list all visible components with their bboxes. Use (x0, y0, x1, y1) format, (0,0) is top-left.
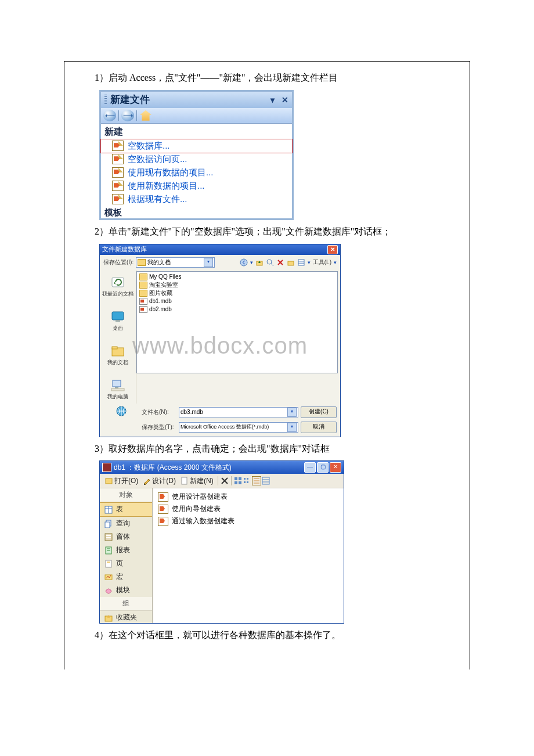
sidebar-item-modules[interactable]: 模块 (100, 584, 152, 597)
item-label: 根据现有文件... (128, 194, 187, 205)
search-icon[interactable] (266, 258, 274, 267)
filename-label: 文件名(N): (142, 408, 176, 416)
save-in-label: 保存位置(I): (103, 258, 134, 267)
new-doc-icon (113, 168, 123, 177)
item-project-existing[interactable]: 使用现有数据的项目... (101, 166, 292, 179)
svg-rect-26 (244, 481, 246, 483)
create-table-designer[interactable]: 使用设计器创建表 (156, 491, 341, 503)
item-label: 空数据访问页... (128, 154, 187, 165)
views-icon[interactable] (297, 258, 305, 267)
sidebar-item-reports[interactable]: 报表 (100, 543, 152, 557)
new-doc-icon (113, 195, 123, 204)
place-mypc[interactable]: 我的电脑 (102, 375, 134, 404)
open-button[interactable]: 打开(O) (103, 476, 140, 486)
savetype-combo[interactable]: Microsoft Office Access 数据库(*.mdb) ▾ (179, 422, 298, 433)
dialog-new-database-file: www.bdocx.com 文件新建数据库 ✕ 保存位置(I): 我的文档 ▾ … (99, 244, 341, 437)
place-recent[interactable]: 我最近的文档 (102, 272, 134, 301)
svg-rect-31 (262, 477, 269, 484)
save-in-combo[interactable]: 我的文档 ▾ (136, 257, 215, 268)
open-icon (105, 477, 113, 485)
table-icon (104, 506, 113, 514)
file-name: My QQ Files (149, 273, 182, 280)
taskpane-title: 新建文件 (110, 93, 267, 106)
new-doc-icon (113, 141, 123, 150)
chevron-down-icon[interactable]: ▾ (204, 258, 213, 267)
filename-input[interactable]: db3.mdb ▾ (179, 407, 298, 417)
main-label: 通过输入数据创建表 (172, 516, 234, 526)
sidebar-item-favorites[interactable]: 收藏夹 (100, 611, 152, 624)
svg-rect-25 (247, 478, 248, 480)
new-icon (181, 477, 189, 485)
svg-rect-13 (113, 380, 121, 387)
small-icons-icon[interactable] (243, 477, 251, 485)
svg-rect-9 (112, 312, 124, 320)
place-desktop[interactable]: 桌面 (102, 307, 134, 335)
new-button[interactable]: 新建(N) (179, 476, 215, 486)
maximize-icon[interactable]: ▢ (317, 462, 329, 473)
place-mydocs[interactable]: 我的文档 (102, 341, 134, 369)
page-icon (104, 560, 113, 568)
step-4: 4）在这个对话框里，就可以进行各种数据库的基本操作了。 (76, 627, 458, 644)
chevron-down-icon[interactable]: ▾ (287, 423, 297, 432)
create-table-entering[interactable]: 通过输入数据创建表 (156, 515, 341, 527)
place-network[interactable] (103, 405, 139, 419)
place-label: 我的文档 (102, 359, 134, 366)
file-name: db1.mdb (149, 298, 172, 304)
dialog-titlebar: 文件新建数据库 ✕ (100, 244, 340, 255)
new-folder-icon[interactable] (287, 258, 295, 267)
item-project-new[interactable]: 使用新数据的项目... (101, 179, 292, 193)
dbwin-titlebar: db1 ：数据库 (Access 2000 文件格式) — ▢ ✕ (100, 461, 344, 474)
sidebar-item-macros[interactable]: 宏 (100, 570, 152, 584)
svg-rect-19 (182, 477, 187, 484)
svg-rect-12 (112, 347, 117, 349)
cancel-button[interactable]: 取消 (301, 422, 337, 433)
chevron-down-icon[interactable]: ▾ (287, 408, 297, 417)
sidebar-item-pages[interactable]: 页 (100, 557, 152, 570)
svg-rect-23 (239, 481, 241, 484)
objects-sidebar: 对象 表 查询 窗体 报表 (100, 488, 153, 623)
up-folder-icon[interactable] (255, 258, 264, 267)
details-icon[interactable] (262, 477, 270, 485)
place-label: 我最近的文档 (102, 290, 134, 298)
svg-rect-15 (111, 388, 124, 391)
delete-icon[interactable] (276, 258, 284, 267)
close-icon[interactable]: ✕ (282, 95, 288, 105)
forward-icon[interactable]: ⟶ (121, 110, 134, 121)
item-blank-db[interactable]: 空数据库... (101, 139, 292, 153)
file-mdb: db2.mdb (139, 305, 335, 314)
new-doc-icon (113, 154, 123, 164)
sidebar-head-groups: 组 (100, 597, 152, 611)
svg-point-0 (240, 259, 247, 266)
sidebar-label: 收藏夹 (116, 613, 137, 622)
sidebar-label: 报表 (116, 545, 130, 555)
sidebar-label: 查询 (116, 519, 130, 528)
create-table-wizard[interactable]: 使用向导创建表 (156, 503, 341, 515)
item-label: 使用新数据的项目... (128, 181, 205, 192)
back-icon[interactable] (240, 258, 248, 267)
item-blank-dap[interactable]: 空数据访问页... (101, 153, 292, 166)
filename-value: db3.mdb (181, 409, 286, 415)
item-from-file[interactable]: 根据现有文件... (101, 193, 292, 206)
large-icons-icon[interactable] (234, 477, 242, 485)
list-icon[interactable] (252, 477, 261, 485)
close-icon[interactable]: ✕ (327, 245, 338, 254)
file-folder: 图片收藏 (139, 289, 335, 297)
sidebar-item-forms[interactable]: 窗体 (100, 530, 152, 543)
places-bar: 我最近的文档 桌面 我的文档 我的电脑 (100, 270, 136, 404)
dropdown-icon[interactable]: ▾ (270, 95, 275, 105)
sidebar-item-queries[interactable]: 查询 (100, 517, 152, 530)
separator-icon (231, 476, 232, 485)
tools-menu[interactable]: 工具(L) (313, 258, 331, 267)
back-icon[interactable]: ⟵ (103, 110, 116, 121)
file-mdb: db1.mdb (139, 297, 335, 305)
home-icon[interactable] (139, 110, 152, 121)
separator-icon (118, 110, 119, 121)
design-button[interactable]: 设计(D) (141, 476, 178, 486)
delete-icon[interactable] (221, 477, 229, 485)
create-button[interactable]: 创建(C) (301, 406, 337, 418)
minimize-icon[interactable]: — (304, 462, 316, 473)
close-icon[interactable]: ✕ (330, 462, 341, 473)
sidebar-item-tables[interactable]: 表 (100, 502, 152, 517)
step-1: 1）启动 Access，点"文件"——"新建"，会出现新建文件栏目 (76, 70, 458, 87)
file-list[interactable]: My QQ Files 淘宝实验室 图片收藏 db1.mdb db2.mdb (136, 271, 338, 373)
